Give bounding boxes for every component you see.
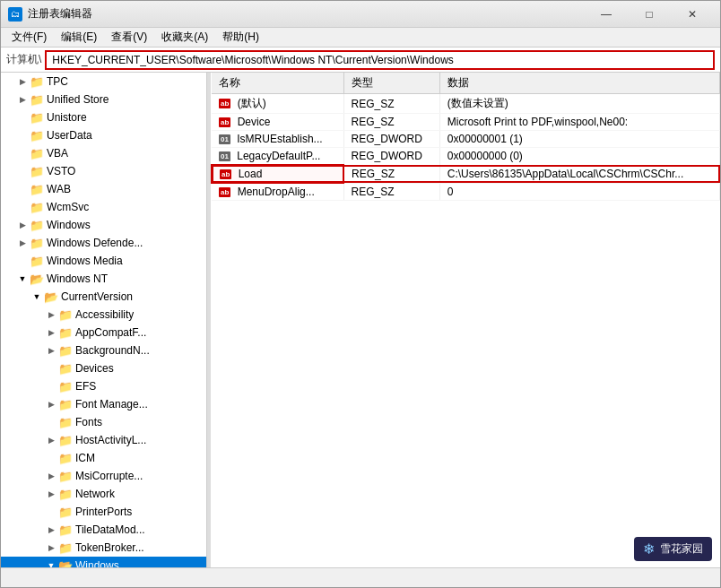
tree-item-windows-nt[interactable]: ▼ 📂 Windows NT bbox=[1, 270, 206, 288]
tree-item-accessibility[interactable]: ▶ 📁 Accessibility bbox=[1, 306, 206, 324]
close-button[interactable]: ✕ bbox=[672, 1, 713, 28]
expand-unified-store[interactable]: ▶ bbox=[15, 92, 30, 107]
tree-item-fonts[interactable]: 📁 Fonts bbox=[1, 413, 206, 431]
reg-name: LegacyDefaultP... bbox=[237, 150, 320, 162]
tree-label-windows: Windows bbox=[47, 219, 91, 231]
tree-label-windows-selected: Windows bbox=[75, 559, 119, 567]
expand-windows-selected[interactable]: ▼ bbox=[44, 558, 58, 567]
tree-label-printerports: PrinterPorts bbox=[75, 506, 132, 518]
table-row[interactable]: 01 LegacyDefaultP... REG_DWORD 0x0000000… bbox=[212, 148, 720, 166]
maximize-button[interactable]: □ bbox=[629, 1, 670, 28]
tree-label-wab: WAB bbox=[47, 183, 71, 195]
tree-label-userdata: UserData bbox=[47, 129, 92, 142]
tree-item-unistore[interactable]: ▶ 📁 Unistore bbox=[1, 108, 206, 126]
table-row-load[interactable]: ab Load REG_SZ C:\Users\86135\AppData\Lo… bbox=[212, 165, 720, 183]
address-input[interactable] bbox=[45, 50, 715, 70]
folder-icon-printerports: 📁 bbox=[58, 506, 73, 519]
tree-item-printerports[interactable]: 📁 PrinterPorts bbox=[1, 503, 206, 521]
tree-item-vba[interactable]: ▶ 📁 VBA bbox=[1, 144, 206, 162]
cell-type: REG_SZ bbox=[343, 165, 439, 183]
cell-data: C:\Users\86135\AppData\Local\CSChrm\CSCh… bbox=[439, 165, 719, 183]
snowflake-icon: ❄ bbox=[643, 540, 655, 558]
tree-item-font-manage[interactable]: ▶ 📁 Font Manage... bbox=[1, 395, 206, 413]
tree-label-network: Network bbox=[75, 488, 115, 500]
expand-windows-defender[interactable]: ▶ bbox=[15, 236, 30, 250]
expand-accessibility[interactable]: ▶ bbox=[44, 307, 58, 322]
tree-item-backgroundn[interactable]: ▶ 📁 BackgroundN... bbox=[1, 342, 206, 359]
expand-hostactivity[interactable]: ▶ bbox=[44, 433, 58, 447]
table-row[interactable]: 01 IsMRUEstablish... REG_DWORD 0x0000000… bbox=[212, 131, 720, 148]
tree-item-hostactivity[interactable]: ▶ 📁 HostActivityL... bbox=[1, 431, 206, 449]
tree-label-vba: VBA bbox=[47, 147, 68, 160]
tree-label-icm: ICM bbox=[75, 452, 95, 464]
tree-item-windows[interactable]: ▶ 📁 Windows bbox=[1, 216, 206, 234]
expand-current-version[interactable]: ▼ bbox=[30, 290, 44, 304]
tree-item-vsto[interactable]: ▶ 📁 VSTO bbox=[1, 162, 206, 180]
reg-type-icon-dword: 01 bbox=[219, 151, 230, 161]
watermark-text: 雪花家园 bbox=[660, 541, 703, 557]
folder-icon-accessibility: 📁 bbox=[58, 308, 73, 322]
registry-values-panel: 名称 类型 数据 ab (默认) REG_SZ (数值未设置) bbox=[211, 73, 720, 567]
folder-icon-windows: 📁 bbox=[30, 219, 44, 232]
tree-label-windows-defender: Windows Defende... bbox=[47, 237, 143, 249]
reg-name: (默认) bbox=[238, 97, 266, 109]
expand-msicorrupte[interactable]: ▶ bbox=[44, 469, 58, 483]
reg-type-icon-dword: 01 bbox=[219, 134, 230, 144]
title-bar: 🗂 注册表编辑器 — □ ✕ bbox=[1, 1, 720, 28]
tree-item-appcompat[interactable]: ▶ 📁 AppCompatF... bbox=[1, 324, 206, 342]
expand-network[interactable]: ▶ bbox=[44, 487, 58, 501]
minimize-button[interactable]: — bbox=[586, 1, 627, 28]
tree-label-tpc: TPC bbox=[47, 75, 68, 88]
expand-tpc[interactable]: ▶ bbox=[15, 74, 30, 89]
tree-item-msicorrupte[interactable]: ▶ 📁 MsiCorrupte... bbox=[1, 467, 206, 485]
tree-label-accessibility: Accessibility bbox=[75, 308, 134, 321]
folder-icon-fonts: 📁 bbox=[58, 416, 73, 429]
table-row[interactable]: ab Device REG_SZ Microsoft Print to PDF,… bbox=[212, 114, 720, 131]
folder-icon-tiledatamod: 📁 bbox=[58, 523, 73, 537]
tree-item-wcmsvc[interactable]: ▶ 📁 WcmSvc bbox=[1, 198, 206, 216]
menu-help[interactable]: 帮助(H) bbox=[215, 28, 266, 47]
menu-view[interactable]: 查看(V) bbox=[104, 28, 154, 47]
folder-icon-efs: 📁 bbox=[58, 380, 73, 393]
tree-item-userdata[interactable]: ▶ 📁 UserData bbox=[1, 126, 206, 144]
main-content: ▶ 📁 TPC ▶ 📁 Unified Store ▶ 📁 Unistore ▶… bbox=[1, 73, 720, 567]
menu-favorites[interactable]: 收藏夹(A) bbox=[154, 28, 215, 47]
expand-appcompat[interactable]: ▶ bbox=[44, 325, 58, 340]
tree-label-msicorrupte: MsiCorrupte... bbox=[75, 470, 143, 482]
cell-type: REG_SZ bbox=[343, 114, 439, 131]
tree-item-windows-selected[interactable]: ▼ 📂 Windows bbox=[1, 557, 206, 567]
tree-item-tokenbroker[interactable]: ▶ 📁 TokenBroker... bbox=[1, 539, 206, 557]
tree-item-current-version[interactable]: ▼ 📂 CurrentVersion bbox=[1, 288, 206, 306]
folder-icon-current-version: 📂 bbox=[44, 290, 58, 304]
tree-item-tpc[interactable]: ▶ 📁 TPC bbox=[1, 73, 206, 91]
expand-windows[interactable]: ▶ bbox=[15, 218, 30, 232]
tree-label-windows-media: Windows Media bbox=[47, 255, 123, 267]
tree-item-network[interactable]: ▶ 📁 Network bbox=[1, 485, 206, 503]
watermark: ❄ 雪花家园 bbox=[634, 537, 712, 561]
table-row[interactable]: ab (默认) REG_SZ (数值未设置) bbox=[212, 94, 720, 114]
tree-item-devices[interactable]: 📁 Devices bbox=[1, 359, 206, 377]
cell-name: ab (默认) bbox=[212, 94, 343, 114]
folder-icon-windows-media: 📁 bbox=[30, 255, 44, 268]
folder-icon-icm: 📁 bbox=[58, 452, 73, 465]
tree-item-unified-store[interactable]: ▶ 📁 Unified Store bbox=[1, 91, 206, 108]
expand-font-manage[interactable]: ▶ bbox=[44, 397, 58, 411]
window-title: 注册表编辑器 bbox=[28, 6, 586, 22]
window-controls: — □ ✕ bbox=[586, 1, 713, 28]
tree-item-windows-media[interactable]: 📁 Windows Media bbox=[1, 252, 206, 270]
tree-item-efs[interactable]: 📁 EFS bbox=[1, 377, 206, 395]
menu-edit[interactable]: 编辑(E) bbox=[54, 28, 104, 47]
folder-icon-tokenbroker: 📁 bbox=[58, 541, 73, 555]
tree-item-windows-defender[interactable]: ▶ 📁 Windows Defende... bbox=[1, 234, 206, 252]
tree-item-tiledatamod[interactable]: ▶ 📁 TileDataMod... bbox=[1, 521, 206, 539]
expand-backgroundn[interactable]: ▶ bbox=[44, 343, 58, 358]
tree-label-tokenbroker: TokenBroker... bbox=[75, 541, 144, 554]
menu-file[interactable]: 文件(F) bbox=[4, 28, 54, 47]
folder-icon-unistore: 📁 bbox=[30, 111, 44, 125]
expand-tiledatamod[interactable]: ▶ bbox=[44, 523, 58, 537]
tree-item-icm[interactable]: 📁 ICM bbox=[1, 449, 206, 467]
expand-windows-nt[interactable]: ▼ bbox=[15, 272, 30, 286]
expand-tokenbroker[interactable]: ▶ bbox=[44, 540, 58, 555]
tree-item-wab[interactable]: ▶ 📁 WAB bbox=[1, 180, 206, 198]
table-row[interactable]: ab MenuDropAlig... REG_SZ 0 bbox=[212, 183, 720, 201]
